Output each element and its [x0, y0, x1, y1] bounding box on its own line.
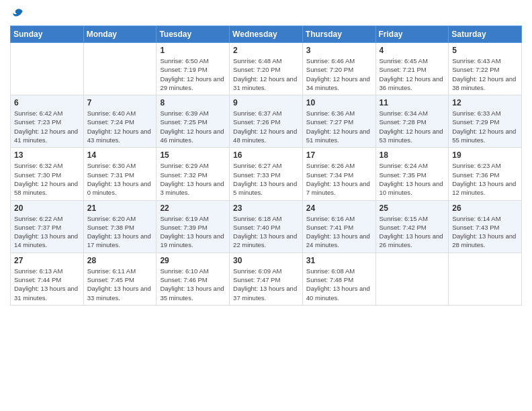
day-number: 28 [87, 256, 153, 265]
table-row: 4Sunrise: 6:45 AM Sunset: 7:21 PM Daylig… [375, 43, 449, 95]
day-number: 4 [380, 46, 445, 55]
day-number: 5 [452, 46, 518, 55]
day-info: Sunrise: 6:13 AM Sunset: 7:44 PM Dayligh… [14, 267, 80, 302]
table-row [375, 253, 449, 305]
table-row: 15Sunrise: 6:29 AM Sunset: 7:32 PM Dayli… [157, 148, 230, 200]
day-info: Sunrise: 6:15 AM Sunset: 7:42 PM Dayligh… [380, 214, 445, 250]
day-number: 19 [452, 150, 518, 160]
day-info: Sunrise: 6:37 AM Sunset: 7:26 PM Dayligh… [233, 109, 299, 144]
day-number: 23 [233, 203, 299, 213]
table-row: 16Sunrise: 6:27 AM Sunset: 7:33 PM Dayli… [230, 148, 303, 200]
day-number: 12 [452, 98, 518, 107]
table-row: 11Sunrise: 6:34 AM Sunset: 7:28 PM Dayli… [375, 95, 449, 148]
day-number: 27 [14, 256, 80, 265]
day-info: Sunrise: 6:40 AM Sunset: 7:24 PM Dayligh… [87, 109, 153, 144]
day-number: 21 [87, 203, 153, 213]
col-sunday: Sunday [11, 26, 84, 43]
day-info: Sunrise: 6:39 AM Sunset: 7:25 PM Dayligh… [160, 109, 226, 144]
table-row: 18Sunrise: 6:24 AM Sunset: 7:35 PM Dayli… [375, 148, 449, 200]
day-info: Sunrise: 6:23 AM Sunset: 7:36 PM Dayligh… [452, 161, 518, 197]
day-number: 25 [380, 203, 445, 213]
table-row: 25Sunrise: 6:15 AM Sunset: 7:42 PM Dayli… [375, 200, 449, 253]
table-row: 19Sunrise: 6:23 AM Sunset: 7:36 PM Dayli… [449, 148, 522, 200]
calendar-week-row: 20Sunrise: 6:22 AM Sunset: 7:37 PM Dayli… [11, 200, 522, 253]
col-friday: Friday [375, 26, 449, 43]
logo-bird-icon [11, 7, 25, 20]
day-info: Sunrise: 6:50 AM Sunset: 7:19 PM Dayligh… [160, 56, 226, 92]
day-number: 14 [87, 150, 153, 160]
table-row: 2Sunrise: 6:48 AM Sunset: 7:20 PM Daylig… [230, 43, 303, 95]
day-info: Sunrise: 6:14 AM Sunset: 7:43 PM Dayligh… [452, 214, 518, 250]
day-number: 6 [14, 98, 80, 107]
day-info: Sunrise: 6:22 AM Sunset: 7:37 PM Dayligh… [14, 214, 80, 250]
day-info: Sunrise: 6:09 AM Sunset: 7:47 PM Dayligh… [233, 267, 299, 302]
day-number: 26 [452, 203, 518, 213]
table-row: 22Sunrise: 6:19 AM Sunset: 7:39 PM Dayli… [157, 200, 230, 253]
day-info: Sunrise: 6:48 AM Sunset: 7:20 PM Dayligh… [233, 56, 299, 92]
day-info: Sunrise: 6:16 AM Sunset: 7:41 PM Dayligh… [306, 214, 372, 250]
day-info: Sunrise: 6:34 AM Sunset: 7:28 PM Dayligh… [380, 109, 445, 144]
table-row: 5Sunrise: 6:43 AM Sunset: 7:22 PM Daylig… [449, 43, 522, 95]
day-info: Sunrise: 6:30 AM Sunset: 7:31 PM Dayligh… [87, 161, 153, 197]
day-info: Sunrise: 6:10 AM Sunset: 7:46 PM Dayligh… [160, 267, 226, 302]
day-number: 15 [160, 150, 226, 160]
table-row: 31Sunrise: 6:08 AM Sunset: 7:48 PM Dayli… [302, 253, 375, 305]
table-row: 20Sunrise: 6:22 AM Sunset: 7:37 PM Dayli… [11, 200, 84, 253]
col-wednesday: Wednesday [230, 26, 303, 43]
day-number: 7 [87, 98, 153, 107]
table-row: 26Sunrise: 6:14 AM Sunset: 7:43 PM Dayli… [449, 200, 522, 253]
table-row: 13Sunrise: 6:32 AM Sunset: 7:30 PM Dayli… [11, 148, 84, 200]
day-info: Sunrise: 6:29 AM Sunset: 7:32 PM Dayligh… [160, 161, 226, 197]
logo [10, 7, 25, 20]
day-number: 11 [380, 98, 445, 107]
table-row: 28Sunrise: 6:11 AM Sunset: 7:45 PM Dayli… [83, 253, 157, 305]
day-number: 8 [160, 98, 226, 107]
day-number: 29 [160, 256, 226, 265]
day-number: 9 [233, 98, 299, 107]
day-info: Sunrise: 6:43 AM Sunset: 7:22 PM Dayligh… [452, 56, 518, 92]
day-info: Sunrise: 6:46 AM Sunset: 7:20 PM Dayligh… [306, 56, 372, 92]
day-number: 2 [233, 46, 299, 55]
col-tuesday: Tuesday [157, 26, 230, 43]
day-number: 1 [160, 46, 226, 55]
table-row [11, 43, 84, 95]
day-number: 18 [380, 150, 445, 160]
day-info: Sunrise: 6:26 AM Sunset: 7:34 PM Dayligh… [306, 161, 372, 197]
day-number: 22 [160, 203, 226, 213]
table-row: 9Sunrise: 6:37 AM Sunset: 7:26 PM Daylig… [230, 95, 303, 148]
header [10, 7, 522, 20]
day-number: 24 [306, 203, 372, 213]
col-saturday: Saturday [449, 26, 522, 43]
table-row: 30Sunrise: 6:09 AM Sunset: 7:47 PM Dayli… [230, 253, 303, 305]
day-number: 20 [14, 203, 80, 213]
col-thursday: Thursday [302, 26, 375, 43]
day-info: Sunrise: 6:24 AM Sunset: 7:35 PM Dayligh… [380, 161, 445, 197]
table-row: 10Sunrise: 6:36 AM Sunset: 7:27 PM Dayli… [302, 95, 375, 148]
day-info: Sunrise: 6:32 AM Sunset: 7:30 PM Dayligh… [14, 161, 80, 197]
day-info: Sunrise: 6:45 AM Sunset: 7:21 PM Dayligh… [380, 56, 445, 92]
calendar-week-row: 1Sunrise: 6:50 AM Sunset: 7:19 PM Daylig… [11, 43, 522, 95]
day-number: 30 [233, 256, 299, 265]
day-info: Sunrise: 6:36 AM Sunset: 7:27 PM Dayligh… [306, 109, 372, 144]
calendar-week-row: 13Sunrise: 6:32 AM Sunset: 7:30 PM Dayli… [11, 148, 522, 200]
table-row: 14Sunrise: 6:30 AM Sunset: 7:31 PM Dayli… [83, 148, 157, 200]
calendar-header-row: Sunday Monday Tuesday Wednesday Thursday… [11, 26, 522, 43]
day-info: Sunrise: 6:19 AM Sunset: 7:39 PM Dayligh… [160, 214, 226, 250]
day-number: 3 [306, 46, 372, 55]
calendar-week-row: 27Sunrise: 6:13 AM Sunset: 7:44 PM Dayli… [11, 253, 522, 305]
day-number: 31 [306, 256, 372, 265]
day-info: Sunrise: 6:33 AM Sunset: 7:29 PM Dayligh… [452, 109, 518, 144]
table-row: 29Sunrise: 6:10 AM Sunset: 7:46 PM Dayli… [157, 253, 230, 305]
table-row: 1Sunrise: 6:50 AM Sunset: 7:19 PM Daylig… [157, 43, 230, 95]
table-row: 3Sunrise: 6:46 AM Sunset: 7:20 PM Daylig… [302, 43, 375, 95]
table-row: 17Sunrise: 6:26 AM Sunset: 7:34 PM Dayli… [302, 148, 375, 200]
day-info: Sunrise: 6:18 AM Sunset: 7:40 PM Dayligh… [233, 214, 299, 250]
day-info: Sunrise: 6:27 AM Sunset: 7:33 PM Dayligh… [233, 161, 299, 197]
day-info: Sunrise: 6:08 AM Sunset: 7:48 PM Dayligh… [306, 267, 372, 302]
calendar: Sunday Monday Tuesday Wednesday Thursday… [10, 26, 522, 306]
col-monday: Monday [83, 26, 157, 43]
table-row: 21Sunrise: 6:20 AM Sunset: 7:38 PM Dayli… [83, 200, 157, 253]
table-row: 27Sunrise: 6:13 AM Sunset: 7:44 PM Dayli… [11, 253, 84, 305]
day-info: Sunrise: 6:20 AM Sunset: 7:38 PM Dayligh… [87, 214, 153, 250]
page: Sunday Monday Tuesday Wednesday Thursday… [0, 0, 532, 411]
